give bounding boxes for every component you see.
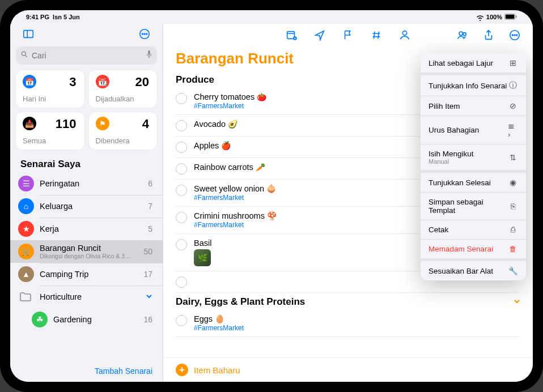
menu-item-label: Memadam Senarai [429, 245, 508, 253]
menu-item-urus-bahagian[interactable]: Urus Bahagian ≣ › [421, 116, 526, 144]
chevron-down-icon[interactable] [146, 292, 152, 301]
svg-point-6 [142, 33, 143, 35]
ellipsis-icon[interactable] [507, 27, 523, 43]
folder-horticulture[interactable]: Horticulture [10, 286, 163, 308]
dictate-icon[interactable] [146, 50, 152, 61]
emoji-icon: 🍅 [257, 92, 266, 101]
menu-item-tunjukkan-selesai[interactable]: Tunjukkan Selesai ◉ [421, 173, 526, 193]
menu-item-sublabel: Manual [429, 158, 508, 165]
emoji-icon: 🧅 [266, 184, 276, 193]
reminder-item[interactable]: Eggs 🥚 #FarmersMarket [176, 310, 520, 337]
complete-checkbox[interactable] [176, 185, 187, 196]
list-icon: ☰ [18, 176, 34, 191]
list-count: 50 [143, 247, 152, 256]
smart-tile-count: 20 [135, 75, 149, 90]
sidebar-list-kerja[interactable]: ★ Kerja 5 [10, 218, 163, 240]
menu-item-icon: ≣ › [508, 121, 518, 139]
section-header[interactable]: Dairy, Eggs & Plant Proteins [163, 293, 533, 310]
menu-item-icon: ⊞ [508, 58, 518, 67]
smart-tile-dibendera[interactable]: ⚑ 4 Dibendera [89, 112, 158, 150]
list-label: Keluarga [40, 202, 142, 211]
complete-checkbox[interactable] [176, 93, 187, 104]
complete-checkbox[interactable] [176, 163, 187, 174]
smart-tile-count: 110 [56, 117, 77, 131]
sidebar-list-peringatan[interactable]: ☰ Peringatan 6 [10, 172, 163, 195]
smart-tile-dijadualkan[interactable]: 📆 20 Dijadualkan [89, 70, 158, 108]
plus-icon: + [176, 364, 188, 376]
svg-point-27 [516, 35, 517, 36]
wifi-icon [476, 13, 484, 20]
add-list-button[interactable]: Tambah Senarai [95, 367, 152, 376]
list-icon: 🛒 [18, 244, 34, 259]
smart-tile-count: 4 [142, 117, 149, 131]
svg-point-8 [146, 33, 147, 35]
complete-checkbox[interactable] [176, 276, 187, 288]
menu-item-label: Isih MengikutManual [429, 150, 508, 165]
svg-rect-11 [148, 50, 150, 55]
list-count: 17 [143, 270, 152, 279]
smart-tile-hari-ini[interactable]: 📅 3 Hari Ini [16, 70, 84, 108]
search-field[interactable] [32, 51, 146, 60]
person-icon[interactable] [397, 27, 413, 43]
complete-checkbox[interactable] [176, 120, 187, 131]
smart-tile-label: Hari Ini [23, 95, 46, 103]
svg-point-23 [463, 33, 466, 36]
menu-item-icon: 🗑 [508, 245, 518, 253]
complete-checkbox[interactable] [176, 315, 187, 326]
svg-point-22 [459, 32, 463, 35]
attachment-thumbnail[interactable]: 🌿 [194, 249, 211, 266]
menu-item-isih-mengikut[interactable]: Isih MengikutManual ⇅ [421, 144, 526, 173]
chevron-down-icon[interactable] [514, 297, 520, 306]
list-icon: ⌂ [18, 198, 34, 214]
list-icon: ▲ [18, 266, 34, 282]
search-input[interactable] [16, 46, 157, 65]
menu-item-memadam-senarai[interactable]: Memadam Senarai 🗑 [421, 240, 526, 261]
status-right: 100% [476, 13, 517, 20]
status-time: 9:41 PG Isn 5 Jun [26, 14, 80, 20]
smart-tile-icon: 📆 [96, 75, 109, 88]
complete-checkbox[interactable] [176, 142, 187, 153]
battery-percent: 100% [486, 14, 502, 20]
emoji-icon: 🥚 [215, 314, 224, 323]
location-icon[interactable] [312, 27, 328, 43]
sidebar-toggle-icon[interactable] [20, 26, 36, 42]
share-people-icon[interactable] [455, 27, 470, 43]
reminder-tag[interactable]: #FarmersMarket [194, 324, 520, 332]
list-label: Camping Trip [40, 270, 138, 279]
menu-item-cetak[interactable]: Cetak ⎙ [421, 220, 526, 240]
sidebar: 📅 3 Hari Ini 📆 20 Dijadualkan 📥 110 Semu… [10, 24, 163, 382]
menu-item-label: Urus Bahagian [429, 126, 508, 134]
tag-icon[interactable] [368, 27, 384, 43]
menu-item-sesuaikan-bar-alat[interactable]: Sesuaikan Bar Alat 🔧 [421, 261, 526, 280]
menu-item-lihat-sebagai-lajur[interactable]: Lihat sebagai Lajur ⊞ [421, 53, 526, 75]
list-label: Barangan RuncitDikongsi dengan Olivia Ri… [40, 244, 138, 259]
folder-label: Horticulture [40, 292, 140, 301]
sidebar-list-gardening[interactable]: ☘︎ Gardening 16 [10, 308, 163, 331]
menu-item-simpan-sebagai-templat[interactable]: Simpan sebagai Templat ⎘ [421, 193, 526, 220]
sidebar-list-keluarga[interactable]: ⌂ Keluarga 7 [10, 195, 163, 218]
new-reminder-button[interactable]: + Item Baharu [163, 357, 533, 382]
menu-item-tunjukkan-info-senarai[interactable]: Tunjukkan Info Senarai ⓘ [421, 75, 526, 96]
menu-item-icon: ⎙ [508, 225, 518, 234]
menu-item-label: Cetak [429, 225, 508, 234]
emoji-icon: 🍎 [221, 141, 231, 150]
main-pane: Barangan Runcit Produce Cherry tomatoes … [163, 24, 533, 382]
smart-tile-label: Semua [23, 137, 46, 145]
menu-item-label: Tunjukkan Info Senarai [429, 82, 508, 90]
complete-checkbox[interactable] [176, 239, 187, 250]
menu-item-pilih-item[interactable]: Pilih Item ⊘ [421, 96, 526, 116]
calendar-badge-icon[interactable] [283, 27, 299, 43]
sidebar-list-barangan-runcit[interactable]: 🛒 Barangan RuncitDikongsi dengan Olivia … [10, 240, 163, 263]
share-icon[interactable] [481, 27, 497, 43]
smart-tile-semua[interactable]: 📥 110 Semua [16, 112, 84, 150]
flag-icon[interactable] [340, 27, 356, 43]
svg-point-26 [514, 35, 515, 36]
smart-tile-count: 3 [69, 75, 76, 90]
list-icon: ★ [18, 221, 34, 237]
sidebar-list-camping-trip[interactable]: ▲ Camping Trip 17 [10, 263, 163, 286]
complete-checkbox[interactable] [176, 212, 187, 223]
more-icon[interactable] [137, 26, 152, 42]
menu-item-label: Sesuaikan Bar Alat [429, 267, 508, 275]
menu-item-icon: 🔧 [508, 266, 518, 275]
device-frame: 9:41 PG Isn 5 Jun 100% [0, 0, 543, 392]
